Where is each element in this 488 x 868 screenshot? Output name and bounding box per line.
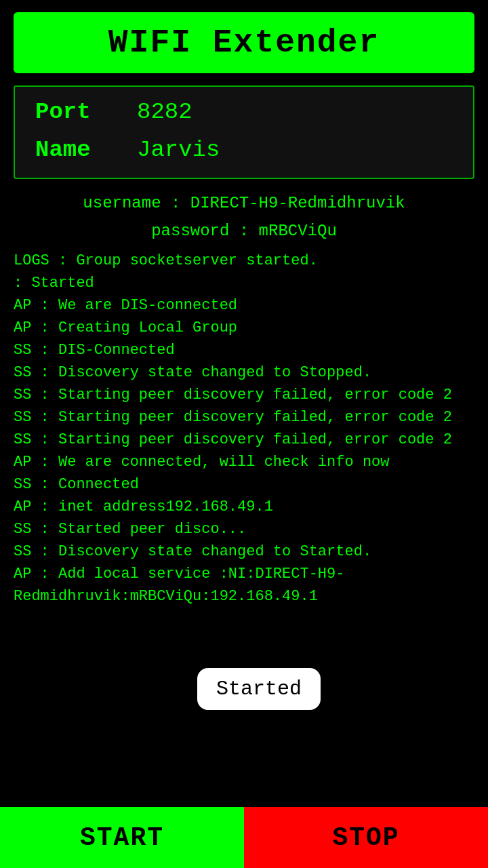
log-line: AP : We are DIS-connected: [14, 294, 474, 317]
log-line: SS : Connected: [14, 473, 474, 496]
bottom-buttons: START STOP: [0, 807, 488, 868]
name-row: Name Jarvis: [35, 137, 453, 163]
stop-button[interactable]: STOP: [244, 807, 488, 868]
log-line: AP : inet address192.168.49.1: [14, 496, 474, 518]
name-value: Jarvis: [137, 137, 220, 163]
started-tooltip: Started: [197, 668, 321, 710]
info-box: Port 8282 Name Jarvis: [14, 85, 474, 179]
bottom-spacer: [0, 608, 488, 675]
log-line: : Started: [14, 272, 474, 294]
log-line: AP : We are connected, will check info n…: [14, 451, 474, 473]
log-line: LOGS : Group socketserver started.: [14, 250, 474, 272]
password-line: password : mRBCViQu: [14, 222, 474, 240]
log-line: SS : Started peer disco...: [14, 518, 474, 540]
start-button[interactable]: START: [0, 807, 244, 868]
log-line: SS : Starting peer discovery failed, err…: [14, 384, 474, 406]
logs-section: LOGS : Group socketserver started. : Sta…: [7, 250, 481, 608]
log-line: SS : Discovery state changed to Stopped.: [14, 361, 474, 384]
credentials-section: username : DIRECT-H9-Redmidhruvik passwo…: [14, 194, 474, 240]
log-line: SS : Starting peer discovery failed, err…: [14, 429, 474, 451]
app-header: WIFI Extender: [14, 12, 474, 73]
log-line: SS : Discovery state changed to Started.: [14, 540, 474, 563]
app-title: WIFI Extender: [108, 24, 380, 61]
log-line: AP : Creating Local Group: [14, 317, 474, 339]
username-line: username : DIRECT-H9-Redmidhruvik: [14, 194, 474, 212]
port-label: Port: [35, 99, 117, 125]
port-row: Port 8282: [35, 99, 453, 125]
log-line: SS : Starting peer discovery failed, err…: [14, 406, 474, 429]
port-value: 8282: [137, 99, 192, 125]
name-label: Name: [35, 137, 117, 163]
log-line: AP : Add local service :NI:DIRECT-H9-Red…: [14, 563, 474, 608]
log-line: SS : DIS-Connected: [14, 339, 474, 361]
